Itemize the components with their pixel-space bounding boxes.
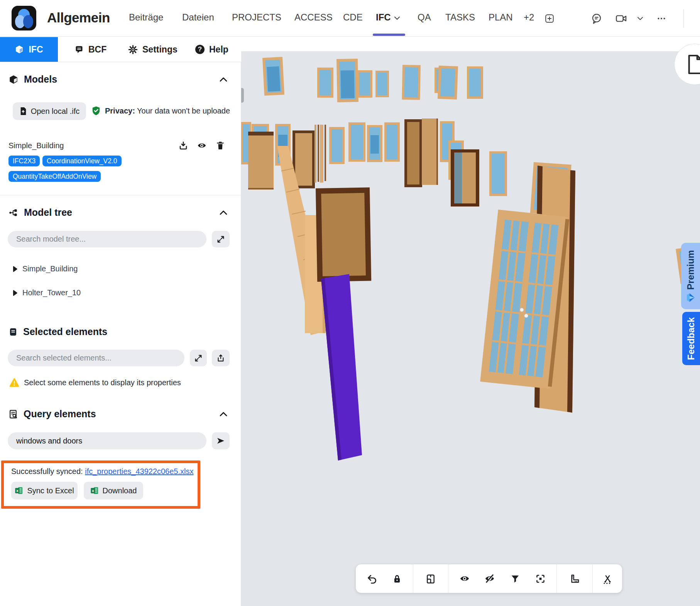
focus-selection-button[interactable] — [531, 569, 550, 588]
svg-text:x: x — [16, 488, 19, 493]
premium-label: Premium — [685, 250, 696, 290]
privacy-text: Your data won't be uploade — [135, 107, 230, 115]
query-input[interactable] — [8, 432, 206, 449]
sync-to-excel-button[interactable]: x Sync to Excel — [11, 482, 78, 499]
tree-item-holter-tower[interactable]: Holter_Tower_10 — [12, 288, 81, 297]
tab-access[interactable]: ACCESS — [294, 12, 333, 23]
download-icon — [179, 141, 188, 150]
show-elements-button[interactable] — [455, 569, 474, 588]
panel-resize-handle[interactable] — [241, 88, 244, 103]
tab-bcf[interactable]: BCF — [74, 37, 107, 62]
tab-tasks[interactable]: TASKS — [445, 12, 475, 23]
more-options-button[interactable] — [653, 10, 670, 27]
tab-plan[interactable]: PLAN — [489, 12, 513, 23]
active-tab-underline — [373, 34, 405, 36]
plus-square-icon — [544, 14, 555, 24]
schema-badge: IFC2X3 — [8, 156, 40, 166]
selected-elements-expand-button[interactable] — [190, 350, 207, 366]
add-tab-button[interactable] — [541, 10, 558, 27]
model-download-button[interactable] — [178, 140, 189, 151]
no-selection-warning: Select some elements to display its prop… — [9, 378, 181, 387]
warning-icon — [9, 378, 19, 387]
tab-qa[interactable]: QA — [418, 12, 431, 23]
query-send-button[interactable] — [212, 432, 230, 449]
tree-item-label: Simple_Building — [22, 264, 78, 273]
download-excel-button[interactable]: x Download — [84, 482, 143, 499]
models-collapse-button[interactable] — [218, 74, 229, 85]
tab-help[interactable]: ? Help — [195, 37, 228, 62]
meet-dropdown-button[interactable] — [634, 10, 646, 27]
query-collapse-button[interactable] — [218, 409, 229, 419]
premium-tab[interactable]: Premium — [681, 243, 700, 309]
caret-right-icon — [12, 266, 18, 272]
ruler-icon — [570, 574, 580, 584]
tab-ifc-viewer[interactable]: IFC — [0, 37, 58, 62]
floor-plan-icon — [426, 574, 436, 584]
button-label: Open local .ifc — [31, 107, 80, 116]
meet-button[interactable] — [613, 10, 630, 27]
expand-icon — [216, 235, 225, 244]
expand-icon — [194, 354, 203, 362]
models-section-header: Models — [8, 74, 57, 85]
lock-button[interactable] — [388, 569, 406, 588]
comment-icon — [74, 45, 84, 54]
gem-icon — [686, 293, 695, 302]
warning-text: Select some elements to display its prop… — [24, 378, 181, 387]
tab-projects[interactable]: PROJECTS — [232, 12, 281, 23]
chevron-up-icon — [219, 76, 228, 83]
logo-circle — [23, 15, 33, 28]
upload-icon — [216, 354, 225, 362]
model-delete-button[interactable] — [215, 140, 226, 151]
chevron-up-icon — [219, 411, 228, 417]
undo-button[interactable] — [362, 569, 381, 588]
model-tree-search-input[interactable] — [8, 231, 206, 247]
model-visibility-button[interactable] — [196, 140, 207, 151]
channel-logo — [12, 6, 36, 30]
selected-elements-search-input[interactable] — [8, 350, 184, 366]
chat-icon — [591, 13, 602, 24]
tree-item-simple-building[interactable]: Simple_Building — [12, 264, 78, 273]
channel-title: Allgemein — [47, 10, 110, 25]
gear-icon — [128, 45, 138, 54]
sync-status-text: Successfully synced: — [11, 467, 85, 476]
eye-icon — [197, 140, 207, 151]
section-cut-button[interactable] — [598, 569, 617, 588]
tab-ifc-label: IFC — [376, 12, 391, 22]
tab-overflow-count[interactable]: +2 — [524, 12, 534, 23]
measure-button[interactable] — [565, 569, 584, 588]
query-elements-section-header: Query elements — [8, 408, 96, 420]
model-tree-expand-button[interactable] — [212, 231, 230, 247]
tab-dateien[interactable]: Dateien — [182, 12, 214, 23]
trash-icon — [216, 141, 225, 150]
section-cut-icon — [602, 574, 613, 584]
feedback-tab[interactable]: Feedback — [682, 312, 700, 365]
chat-button[interactable] — [588, 10, 605, 27]
tree-icon — [8, 208, 19, 218]
synced-file-link[interactable]: ifc_properties_43922c06e5.xlsx — [85, 467, 193, 476]
tab-settings[interactable]: Settings — [128, 37, 178, 62]
tab-ifc-active[interactable]: IFC — [376, 12, 400, 23]
privacy-note: Privacy: Your data won't be uploade — [91, 105, 231, 116]
view-badge: QuantityTakeOffAddOnView — [8, 171, 101, 182]
open-local-ifc-button[interactable]: Open local .ifc — [13, 102, 86, 120]
eye-off-icon — [484, 573, 495, 584]
privacy-label: Privacy: — [105, 107, 135, 115]
list-icon — [8, 327, 18, 337]
viewer-3d-canvas[interactable] — [241, 51, 700, 606]
model-tree-collapse-button[interactable] — [218, 208, 229, 218]
teams-top-bar: Allgemein Beiträge Dateien PROJECTS ACCE… — [0, 0, 700, 37]
section-title: Model tree — [24, 207, 72, 218]
video-camera-icon — [615, 12, 627, 25]
hide-elements-button[interactable] — [480, 569, 499, 588]
floor-plan-button[interactable] — [421, 569, 440, 588]
filter-button[interactable] — [506, 569, 524, 588]
tab-label: Settings — [142, 44, 178, 55]
tab-beitraege[interactable]: Beiträge — [129, 12, 163, 23]
selected-wall-3d — [321, 274, 362, 460]
viewer-toolbar — [356, 564, 622, 593]
app-window: Allgemein Beiträge Dateien PROJECTS ACCE… — [0, 0, 700, 606]
tab-cde[interactable]: CDE — [343, 12, 363, 23]
filter-icon — [510, 574, 520, 584]
lock-icon — [392, 574, 402, 584]
selected-elements-export-button[interactable] — [212, 350, 230, 366]
